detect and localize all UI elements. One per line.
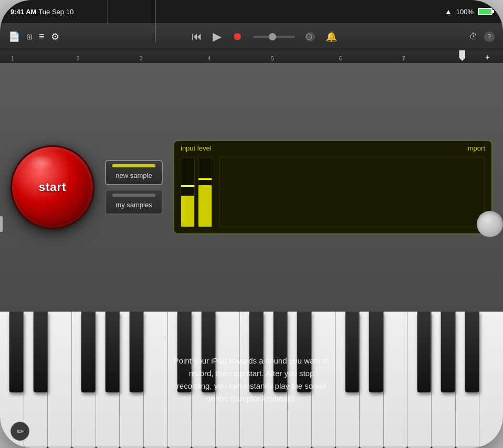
white-key-g[interactable] xyxy=(96,312,120,448)
white-key-a[interactable] xyxy=(120,312,144,448)
black-key-g3s[interactable] xyxy=(441,312,455,392)
pencil-icon: ✏ xyxy=(17,426,24,436)
vu-meters xyxy=(181,157,212,227)
main-content: start new sample my samples input level … xyxy=(0,63,503,312)
meter-fill-left xyxy=(181,196,194,227)
black-key-as[interactable] xyxy=(129,312,143,392)
my-samples-label: my samples xyxy=(116,201,152,209)
play-button[interactable]: ▶ xyxy=(213,30,222,44)
ruler-mark-3: 3 xyxy=(140,56,143,61)
sample-panel: new sample my samples xyxy=(105,160,163,215)
volume-slider[interactable] xyxy=(253,36,295,38)
toolbar-right: ⏱ ? xyxy=(469,31,495,42)
meter-right xyxy=(198,157,212,227)
metronome-button[interactable]: 🔔 xyxy=(326,31,337,42)
status-time: 9:41 AM xyxy=(11,8,36,16)
settings-button[interactable]: ⏱ xyxy=(469,32,478,41)
play-icon: ▶ xyxy=(213,30,222,44)
black-key-c3s[interactable] xyxy=(345,312,359,392)
black-key-a3s[interactable] xyxy=(465,312,479,392)
white-key-d3[interactable] xyxy=(360,312,384,448)
black-key-gs[interactable] xyxy=(106,312,120,392)
rewind-icon: ⏮ xyxy=(192,30,202,42)
white-key-b3[interactable] xyxy=(479,312,503,448)
black-key-cs[interactable] xyxy=(9,312,24,392)
white-key-c2[interactable] xyxy=(168,312,192,448)
white-key-g3[interactable] xyxy=(432,312,456,448)
white-key-d2[interactable] xyxy=(192,312,216,448)
volume-thumb xyxy=(269,33,276,40)
settings-icon: ⏱ xyxy=(469,32,478,41)
black-key-d2s[interactable] xyxy=(201,312,215,392)
mixer-icon: ⚙ xyxy=(51,31,59,42)
device: 9:41 AM Tue Sep 10 ▲ 100% 📄 ⊞ ≡ ⚙ xyxy=(0,0,503,448)
black-key-f2s[interactable] xyxy=(249,312,264,392)
white-key-f[interactable] xyxy=(72,312,96,448)
black-key-c2s[interactable] xyxy=(177,312,192,392)
doc-icon: 📄 xyxy=(8,31,20,42)
meter-left xyxy=(181,157,195,227)
white-key-a2[interactable] xyxy=(288,312,312,448)
home-button[interactable] xyxy=(477,211,503,237)
new-sample-button[interactable]: new sample xyxy=(105,160,163,185)
new-sample-label: new sample xyxy=(116,172,152,179)
start-button-container: start xyxy=(11,145,95,229)
black-key-d3s[interactable] xyxy=(369,312,383,392)
layers-button[interactable]: ⊞ xyxy=(26,33,33,41)
white-key-c3[interactable] xyxy=(336,312,360,448)
white-key-e2[interactable] xyxy=(216,312,240,448)
battery-percent: 100% xyxy=(456,8,474,16)
toolbar-left: 📄 ⊞ ≡ ⚙ xyxy=(8,31,59,42)
callout-line-2 xyxy=(155,0,155,42)
ruler-mark-7: 7 xyxy=(402,56,405,61)
start-button[interactable]: start xyxy=(11,145,95,229)
white-key-g2[interactable] xyxy=(264,312,288,448)
tracks-list-button[interactable]: ≡ xyxy=(39,31,45,42)
white-key-e3[interactable] xyxy=(384,312,408,448)
white-key-f3[interactable] xyxy=(407,312,432,448)
white-key-e[interactable] xyxy=(48,312,72,448)
battery-fill xyxy=(479,9,491,14)
piano-keys[interactable] xyxy=(0,312,503,448)
pencil-button[interactable]: ✏ xyxy=(11,422,29,441)
record-button[interactable]: ⏺ xyxy=(232,30,243,42)
black-key-f3s[interactable] xyxy=(417,312,431,392)
waveform-display xyxy=(219,157,485,227)
white-key-b[interactable] xyxy=(144,312,168,448)
ruler-mark-4: 4 xyxy=(208,56,211,61)
meter-peak-right xyxy=(198,178,212,180)
metronome-icon: 🔔 xyxy=(326,31,337,42)
rewind-button[interactable]: ⏮ xyxy=(192,30,202,42)
my-samples-button[interactable]: my samples xyxy=(105,189,163,215)
white-key-f2[interactable] xyxy=(240,312,264,448)
input-level-label: input level xyxy=(181,144,212,152)
list-icon: ≡ xyxy=(39,31,45,42)
toolbar-center: ⏮ ▶ ⏺ ◯ 🔔 xyxy=(59,30,469,44)
layers-icon: ⊞ xyxy=(26,33,33,41)
keyboard-area: Point your iPad towards a sound you want… xyxy=(0,312,503,448)
new-doc-button[interactable]: 📄 xyxy=(8,31,20,42)
battery-icon xyxy=(478,8,492,15)
meter-peak-left xyxy=(181,185,194,187)
ruler-mark-5: 5 xyxy=(271,56,274,61)
black-key-ds[interactable] xyxy=(34,312,48,392)
volume-button xyxy=(0,216,3,232)
count-in-button[interactable]: ◯ xyxy=(306,32,315,41)
record-icon: ⏺ xyxy=(232,30,243,42)
callout-line-1 xyxy=(108,0,108,24)
start-label: start xyxy=(39,180,67,194)
add-track-button[interactable]: + xyxy=(486,53,490,61)
mixer-button[interactable]: ⚙ xyxy=(51,31,59,42)
white-key-a3[interactable] xyxy=(456,312,480,448)
black-key-a2s[interactable] xyxy=(297,312,311,392)
recording-area: input level import xyxy=(173,140,492,234)
black-key-fs[interactable] xyxy=(81,312,96,392)
my-samples-indicator xyxy=(112,194,155,197)
ruler-mark-2: 2 xyxy=(77,56,80,61)
import-button[interactable]: import xyxy=(466,144,485,152)
help-button[interactable]: ? xyxy=(484,31,495,42)
black-key-g2s[interactable] xyxy=(273,312,287,392)
ruler-mark-6: 6 xyxy=(339,56,342,61)
white-key-b2[interactable] xyxy=(312,312,336,448)
toolbar: 📄 ⊞ ≡ ⚙ ⏮ ▶ ⏺ ◯ xyxy=(0,23,503,50)
